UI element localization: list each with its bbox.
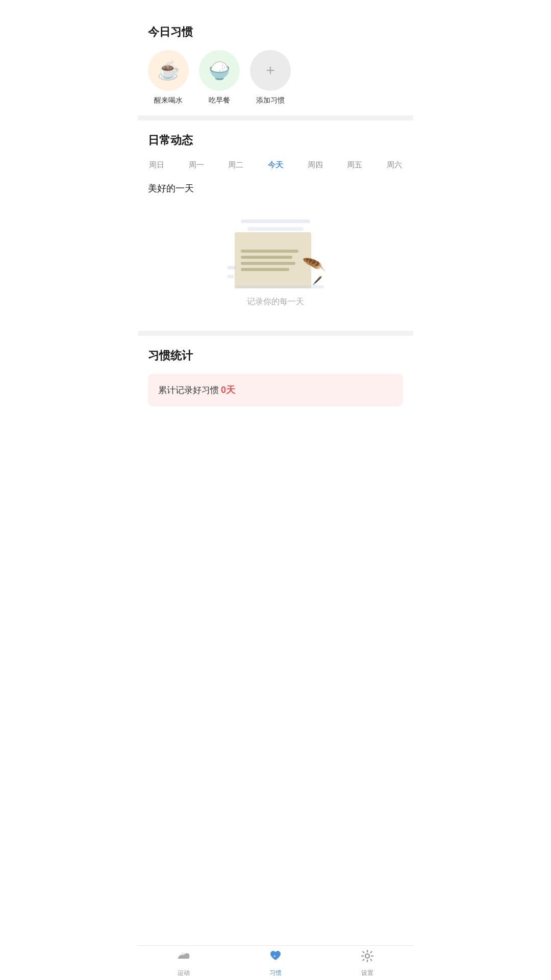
deco-lines-bottom	[235, 285, 324, 288]
divider-2	[138, 331, 413, 336]
feather-icon: 🪶	[302, 254, 326, 275]
week-day-1[interactable]: 周一	[188, 158, 205, 172]
journal-illustration: 🪶 🖋️	[224, 217, 327, 288]
add-habit-button[interactable]: + 添加习惯	[250, 50, 291, 105]
daily-empty-area: 🪶 🖋️ 记录你的每一天	[148, 207, 403, 323]
habit-eat-breakfast-label: 吃早餐	[209, 96, 230, 105]
main-content: 今日习惯 ☕ 醒来喝水 🍚 吃早餐 + 添加习惯	[138, 12, 413, 457]
week-nav: 周日 周一 周二 今天 周四 周五 周六	[148, 158, 403, 172]
habits-section: 今日习惯 ☕ 醒来喝水 🍚 吃早餐 + 添加习惯	[138, 12, 413, 115]
add-icon: +	[266, 62, 275, 79]
add-habit-label: 添加习惯	[256, 96, 285, 105]
status-bar	[138, 0, 413, 12]
daily-section-title: 日常动态	[148, 133, 403, 148]
week-day-today[interactable]: 今天	[267, 158, 284, 172]
week-day-5[interactable]: 周五	[346, 158, 363, 172]
eat-breakfast-icon: 🍚	[209, 60, 230, 81]
paper-line-3	[241, 262, 295, 265]
drink-water-icon: ☕	[157, 60, 180, 81]
paper-line-4	[241, 268, 289, 271]
deco-side-2	[227, 275, 234, 278]
habit-eat-breakfast-circle: 🍚	[199, 50, 240, 91]
week-day-4[interactable]: 周四	[307, 158, 324, 172]
habits-row: ☕ 醒来喝水 🍚 吃早餐 + 添加习惯	[148, 50, 403, 105]
paper-body	[235, 232, 311, 288]
habit-drink-water-label: 醒来喝水	[154, 96, 183, 105]
week-day-0[interactable]: 周日	[148, 158, 165, 172]
inkwell-icon: 🖋️	[312, 276, 322, 285]
deco-lines-side	[227, 266, 236, 278]
paper-line-2	[241, 256, 292, 259]
habit-eat-breakfast[interactable]: 🍚 吃早餐	[199, 50, 240, 105]
habit-drink-water[interactable]: ☕ 醒来喝水	[148, 50, 189, 105]
habit-drink-water-circle: ☕	[148, 50, 189, 91]
add-habit-circle: +	[250, 50, 291, 91]
deco-side-1	[227, 266, 236, 270]
week-day-6[interactable]: 周六	[386, 158, 403, 172]
paper-line-1	[241, 250, 298, 253]
daily-empty-hint: 记录你的每一天	[247, 297, 304, 307]
deco-line-2	[247, 227, 304, 231]
week-day-2[interactable]: 周二	[227, 158, 244, 172]
stats-card-value: 0天	[221, 384, 235, 396]
habits-section-title: 今日习惯	[148, 24, 403, 40]
deco-bot-1	[235, 285, 324, 288]
daily-section: 日常动态 周日 周一 周二 今天 周四 周五 周六 美好的一天	[138, 120, 413, 331]
deco-line-1	[241, 219, 310, 223]
stats-card: 累计记录好习惯 0天	[148, 374, 403, 406]
divider-1	[138, 115, 413, 120]
deco-lines-top	[224, 217, 327, 233]
daily-greeting: 美好的一天	[148, 182, 403, 194]
stats-section: 习惯统计 累计记录好习惯 0天	[138, 336, 413, 416]
stats-card-text: 累计记录好习惯	[158, 384, 219, 396]
stats-section-title: 习惯统计	[148, 348, 403, 363]
